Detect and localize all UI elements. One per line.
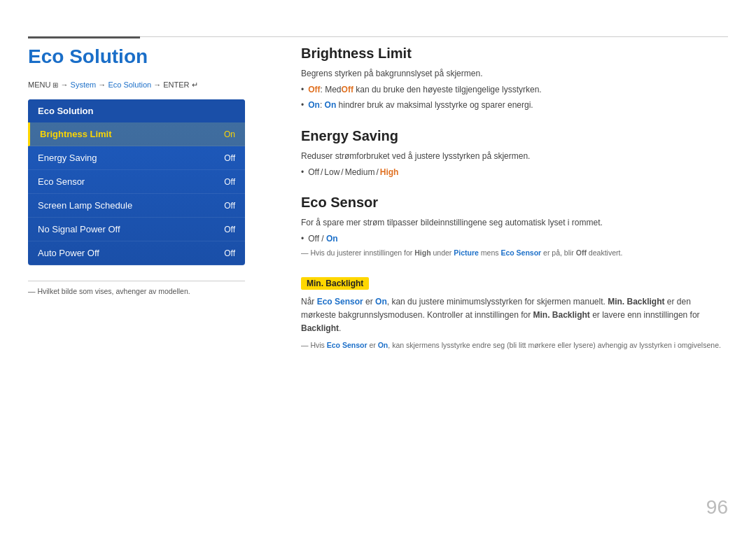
brightness-limit-body: Begrens styrken på bakgrunnslyset på skj… [301, 67, 728, 113]
section-energy-saving: Energy Saving Reduser strømforbruket ved… [301, 128, 728, 179]
sep3: / [376, 166, 378, 179]
picture-label: Picture [454, 248, 479, 257]
screen-lamp-value: Off [224, 201, 235, 211]
menu-item-no-signal[interactable]: No Signal Power Off Off [28, 218, 245, 241]
brightness-bullet-2: On: On hindrer bruk av maksimal lysstyrk… [301, 99, 728, 112]
min-backlight-ref2: Min. Backlight [533, 310, 590, 320]
right-column: Brightness Limit Begrens styrken på bakg… [301, 45, 728, 366]
eco-link: Eco Solution [108, 80, 151, 89]
val-off: Off [308, 166, 319, 179]
off-label-2: Off [342, 85, 354, 94]
menu-path: MENU ⊞ → System → Eco Solution → ENTER ↵ [28, 80, 280, 90]
menu-item-energy-saving[interactable]: Energy Saving Off [28, 146, 245, 170]
eco-sensor-ref1: Eco Sensor [317, 297, 363, 307]
auto-power-value: Off [224, 248, 235, 258]
min-backlight-desc1: Når Eco Sensor er On, kan du justere min… [301, 295, 728, 336]
energy-saving-title: Energy Saving [301, 128, 728, 144]
menu-icon: ⊞ [52, 81, 58, 89]
brightness-limit-label: Brightness Limit [40, 129, 112, 139]
on-label-1: On [308, 100, 320, 110]
brightness-limit-value: On [224, 129, 235, 139]
val-medium: Medium [345, 166, 375, 179]
energy-saving-body: Reduser strømforbruket ved å justere lys… [301, 150, 728, 179]
menu-item-auto-power[interactable]: Auto Power Off Off [28, 241, 245, 265]
eco-sep: / [321, 234, 326, 244]
page-title: Eco Solution [28, 45, 280, 68]
sep1: / [321, 166, 323, 179]
brightness-limit-title: Brightness Limit [301, 45, 728, 62]
min-backlight-ref1: Min. Backlight [608, 297, 664, 307]
eco-solution-box: Eco Solution Brightness Limit On Energy … [28, 99, 245, 265]
eco-val-on: On [326, 234, 338, 244]
enter-icon: ↵ [192, 80, 198, 89]
menu-label: MENU [28, 80, 52, 89]
menu-item-brightness-limit[interactable]: Brightness Limit On [28, 122, 245, 146]
eco-off-on-bullet: Off / On [301, 232, 728, 246]
min-backlight-desc2: ― Hvis Eco Sensor er On, kan skjermens l… [301, 340, 728, 351]
energy-saving-desc: Reduser strømforbruket ved å justere lys… [301, 150, 728, 163]
min-backlight-body: Når Eco Sensor er On, kan du justere min… [301, 295, 728, 351]
on-ref1: On [375, 297, 387, 307]
off-deactivated: Off [576, 248, 587, 257]
backlight-ref: Backlight [301, 323, 339, 333]
val-low: Low [324, 166, 340, 179]
eco-sensor-label: Eco Sensor [38, 176, 85, 187]
eco-sensor-value: Off [224, 177, 235, 187]
min-backlight-badge: Min. Backlight [301, 277, 369, 290]
screen-lamp-label: Screen Lamp Schedule [38, 200, 132, 211]
energy-values: Off / Low / Medium / High [308, 166, 398, 179]
eco-box-title: Eco Solution [28, 99, 245, 122]
page-number: 96 [706, 496, 728, 519]
eco-sensor-desc: For å spare mer strøm tilpasser bildeinn… [301, 216, 728, 230]
on-label-2: On [325, 100, 337, 110]
no-signal-label: No Signal Power Off [38, 224, 120, 234]
high-label: High [414, 248, 430, 257]
top-rule-accent [28, 36, 140, 38]
section-eco-sensor: Eco Sensor For å spare mer strøm tilpass… [301, 195, 728, 259]
menu-item-eco-sensor[interactable]: Eco Sensor Off [28, 170, 245, 194]
auto-power-label: Auto Power Off [38, 248, 99, 258]
val-high: High [380, 166, 399, 179]
no-signal-value: Off [224, 225, 235, 234]
menu-item-screen-lamp[interactable]: Screen Lamp Schedule Off [28, 194, 245, 218]
section-brightness-limit: Brightness Limit Begrens styrken på bakg… [301, 45, 728, 113]
eco-sensor-label-note: Eco Sensor [500, 248, 541, 257]
section-min-backlight: Min. Backlight Når Eco Sensor er On, kan… [301, 274, 728, 351]
energy-values-bullet: Off / Low / Medium / High [301, 166, 728, 179]
eco-sensor-body: For å spare mer strøm tilpasser bildeinn… [301, 216, 728, 259]
system-link: System [71, 80, 97, 89]
eco-val-off: Off [308, 234, 319, 244]
left-column: Eco Solution MENU ⊞ → System → Eco Solut… [28, 45, 280, 295]
footnote: ― Hvilket bilde som vises, avhenger av m… [28, 281, 245, 295]
on-ref2: On [378, 341, 388, 349]
energy-saving-label: Energy Saving [38, 153, 97, 163]
eco-sensor-title: Eco Sensor [301, 195, 728, 211]
brightness-limit-desc: Begrens styrken på bakgrunnslyset på skj… [301, 67, 728, 80]
eco-sensor-ref2: Eco Sensor [327, 341, 368, 349]
sep2: / [341, 166, 343, 179]
off-label-1: Off [308, 85, 320, 94]
brightness-bullet-1: Off: MedOff kan du bruke den høyeste til… [301, 83, 728, 97]
eco-sensor-note: ― Hvis du justerer innstillingen for Hig… [301, 248, 728, 259]
energy-saving-value: Off [224, 153, 235, 163]
